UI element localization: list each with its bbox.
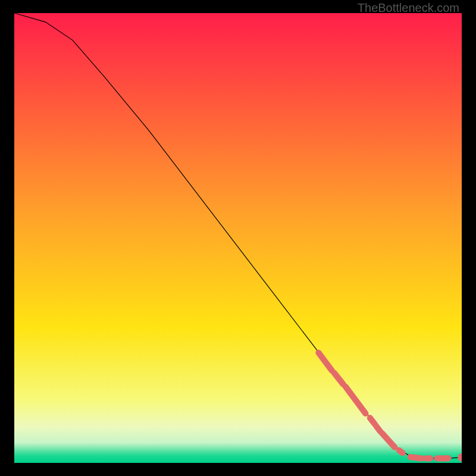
chart-background [14, 13, 462, 463]
watermark-label: TheBottleneck.com [358, 1, 459, 15]
highlighted-segment [411, 457, 422, 458]
highlighted-segment [399, 450, 403, 453]
chart-plot [14, 13, 462, 463]
highlighted-segment [370, 418, 375, 424]
highlighted-segment [376, 425, 381, 431]
chart-stage: TheBottleneck.com [0, 0, 476, 476]
